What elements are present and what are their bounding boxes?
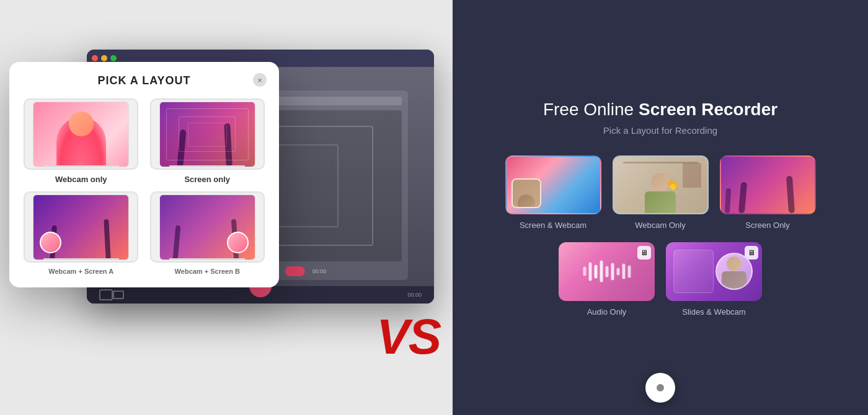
- layout-thumb-combined-b: [150, 191, 265, 263]
- option-label-slides-webcam: Slides & Webcam: [682, 307, 745, 317]
- layout-item-screen-only[interactable]: Screen only: [148, 98, 267, 184]
- option-label-webcam-only: Webcam Only: [635, 221, 685, 230]
- layout-label-combined-a: Webcam + Screen A: [48, 268, 113, 275]
- option-thumb-webcam-only: 🖥 👋: [613, 155, 709, 214]
- option-thumb-slides-webcam: 🖥: [666, 242, 762, 301]
- layout-grid: Webcam only: [22, 98, 267, 275]
- layout-thumb-combined-a: [24, 191, 138, 263]
- layout-label-webcam-only: Webcam only: [55, 175, 107, 184]
- layout-item-combined-a[interactable]: Webcam + Screen A: [22, 191, 141, 275]
- option-webcam-only[interactable]: 🖥 👋 Webcam Only: [613, 155, 709, 230]
- right-title-bold: Screen Recorder: [639, 100, 777, 119]
- layout-item-combined-b[interactable]: Webcam + Screen B: [148, 191, 267, 275]
- layout-modal: PICK A LAYOUT × Webcam o: [9, 62, 279, 287]
- right-subtitle: Pick a Layout for Recording: [543, 125, 777, 136]
- option-audio-only[interactable]: 🖥 Audio Only: [559, 242, 655, 317]
- option-screen-only[interactable]: Screen Only: [720, 155, 816, 230]
- right-title: Free Online Screen Recorder: [543, 98, 777, 121]
- dot-red: [92, 55, 98, 61]
- options-row-bottom: 🖥 Audio Only: [559, 242, 762, 317]
- option-label-audio-only: Audio Only: [587, 307, 627, 317]
- monitor-badge-audio: 🖥: [637, 246, 651, 260]
- bottom-record-button[interactable]: [645, 373, 675, 403]
- bottom-record-button-inner: [657, 384, 664, 391]
- option-thumb-audio-only: 🖥: [559, 242, 655, 301]
- layout-label-combined-b: Webcam + Screen B: [175, 268, 240, 275]
- options-grid: Screen & Webcam 🖥: [505, 155, 816, 317]
- layout-label-screen-only: Screen only: [184, 175, 230, 184]
- dot-yellow: [101, 55, 107, 61]
- modal-header: PICK A LAYOUT ×: [22, 74, 267, 87]
- right-header: Free Online Screen Recorder Pick a Layou…: [543, 98, 777, 135]
- option-thumb-screen-webcam: [505, 155, 601, 214]
- layout-item-webcam-only[interactable]: Webcam only: [22, 98, 141, 184]
- option-label-screen-webcam: Screen & Webcam: [520, 221, 587, 230]
- right-title-prefix: Free Online: [543, 100, 639, 119]
- modal-title: PICK A LAYOUT: [97, 74, 190, 87]
- right-panel: Free Online Screen Recorder Pick a Layou…: [453, 0, 868, 415]
- option-screen-webcam[interactable]: Screen & Webcam: [505, 155, 601, 230]
- options-row-top: Screen & Webcam 🖥: [505, 155, 816, 230]
- vs-label: VS: [376, 308, 440, 365]
- modal-close-button[interactable]: ×: [253, 73, 267, 87]
- option-slides-webcam[interactable]: 🖥 Slides & Webcam: [666, 242, 762, 317]
- layout-thumb-webcam-only: [24, 98, 138, 170]
- left-panel: 00:00 00:00 PICK A LAYOUT ×: [0, 0, 453, 415]
- option-label-screen-only: Screen Only: [745, 221, 790, 230]
- layout-thumb-screen-only: [150, 98, 265, 170]
- dot-green: [110, 55, 117, 61]
- option-thumb-screen-only: [720, 155, 816, 214]
